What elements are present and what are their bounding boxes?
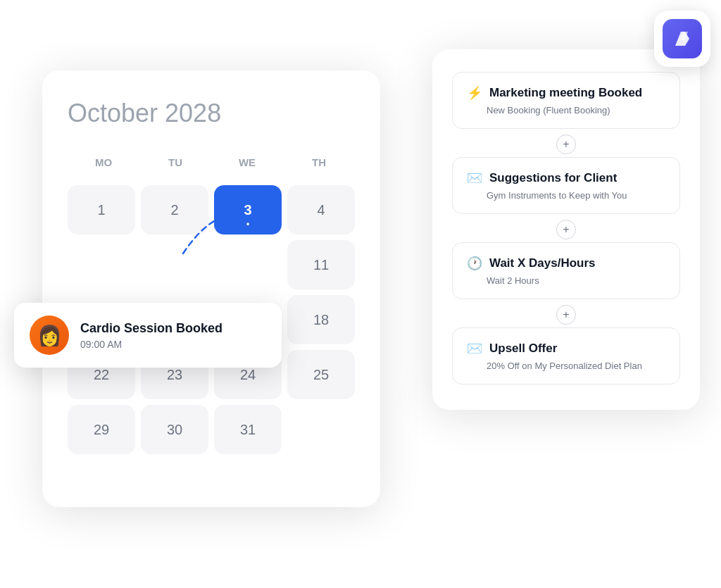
workflow-step-4-title: Upsell Offer bbox=[489, 342, 557, 356]
workflow-step-1[interactable]: ⚡ Marketing meeting Booked New Booking (… bbox=[452, 72, 680, 129]
clock-icon: 🕐 bbox=[467, 256, 482, 271]
workflow-step-4-subtitle: 20% Off on My Personalized Diet Plan bbox=[467, 361, 665, 371]
calendar-month: October bbox=[68, 99, 158, 127]
day-header-we: WE bbox=[211, 151, 283, 174]
lightning-icon: ⚡ bbox=[467, 85, 482, 101]
calendar-day-empty1 bbox=[68, 240, 135, 289]
calendar-day-4[interactable]: 4 bbox=[287, 185, 355, 234]
workflow-step-2-title: Suggestions for Client bbox=[489, 171, 617, 185]
calendar-day-18[interactable]: 18 bbox=[287, 295, 355, 344]
logo-badge bbox=[654, 11, 710, 67]
calendar-row-2: 11 bbox=[68, 240, 355, 289]
calendar-day-2[interactable]: 2 bbox=[141, 185, 208, 234]
calendar-day-empty3 bbox=[214, 240, 282, 289]
email-icon-1: ✉️ bbox=[467, 170, 482, 186]
calendar-day-1[interactable]: 1 bbox=[68, 185, 135, 234]
calendar-day-25[interactable]: 25 bbox=[287, 350, 355, 399]
day-header-mo: MO bbox=[68, 151, 139, 174]
calendar-day-31[interactable]: 31 bbox=[214, 405, 282, 454]
add-step-button-3[interactable]: + bbox=[556, 305, 576, 325]
calendar-day-empty7 bbox=[287, 405, 355, 454]
booking-time: 09:00 AM bbox=[80, 339, 266, 350]
workflow-step-3-subtitle: Wait 2 Hours bbox=[467, 275, 665, 286]
fluent-logo-svg bbox=[670, 26, 695, 51]
booking-title: Cardio Session Booked bbox=[80, 321, 266, 336]
calendar-day-3[interactable]: 3 bbox=[214, 185, 282, 234]
add-step-button-1[interactable]: + bbox=[556, 135, 576, 154]
calendar-year: 2028 bbox=[165, 99, 221, 127]
workflow-step-4-header: ✉️ Upsell Offer bbox=[467, 341, 665, 356]
workflow-connector-1: + bbox=[452, 132, 680, 157]
calendar-day-empty2 bbox=[141, 240, 208, 289]
workflow-step-2[interactable]: ✉️ Suggestions for Client Gym Instrument… bbox=[452, 157, 680, 214]
avatar: 👩 bbox=[30, 315, 69, 355]
day-header-th: TH bbox=[283, 151, 355, 174]
booking-info: Cardio Session Booked 09:00 AM bbox=[80, 321, 266, 350]
add-step-button-2[interactable]: + bbox=[556, 220, 576, 239]
workflow-card: ⚡ Marketing meeting Booked New Booking (… bbox=[432, 49, 700, 410]
workflow-step-3-header: 🕐 Wait X Days/Hours bbox=[467, 256, 665, 271]
workflow-step-1-title: Marketing meeting Booked bbox=[489, 86, 642, 100]
calendar-row-1: 1 2 3 4 bbox=[68, 185, 355, 234]
calendar-title: October 2028 bbox=[68, 99, 355, 128]
calendar-header: MO TU WE TH bbox=[68, 151, 355, 174]
email-icon-2: ✉️ bbox=[467, 341, 482, 356]
calendar-day-29[interactable]: 29 bbox=[68, 405, 135, 454]
workflow-step-1-subtitle: New Booking (Fluent Booking) bbox=[467, 105, 665, 115]
day-header-tu: TU bbox=[139, 151, 211, 174]
workflow-connector-2: + bbox=[452, 217, 680, 242]
workflow-step-3-title: Wait X Days/Hours bbox=[489, 256, 596, 270]
workflow-connector-3: + bbox=[452, 302, 680, 327]
workflow-step-2-header: ✉️ Suggestions for Client bbox=[467, 170, 665, 186]
workflow-step-2-subtitle: Gym Instruments to Keep with You bbox=[467, 190, 665, 201]
scene: October 2028 MO TU WE TH 1 2 3 4 1 bbox=[0, 0, 721, 588]
booking-card: 👩 Cardio Session Booked 09:00 AM bbox=[14, 303, 282, 368]
calendar-card: October 2028 MO TU WE TH 1 2 3 4 1 bbox=[42, 70, 380, 507]
workflow-step-3[interactable]: 🕐 Wait X Days/Hours Wait 2 Hours bbox=[452, 242, 680, 299]
logo-icon bbox=[663, 19, 702, 58]
calendar-row-5: 29 30 31 bbox=[68, 405, 355, 454]
calendar-day-11[interactable]: 11 bbox=[287, 240, 355, 289]
workflow-step-4[interactable]: ✉️ Upsell Offer 20% Off on My Personaliz… bbox=[452, 327, 680, 384]
workflow-step-1-header: ⚡ Marketing meeting Booked bbox=[467, 85, 665, 101]
calendar-day-30[interactable]: 30 bbox=[141, 405, 208, 454]
